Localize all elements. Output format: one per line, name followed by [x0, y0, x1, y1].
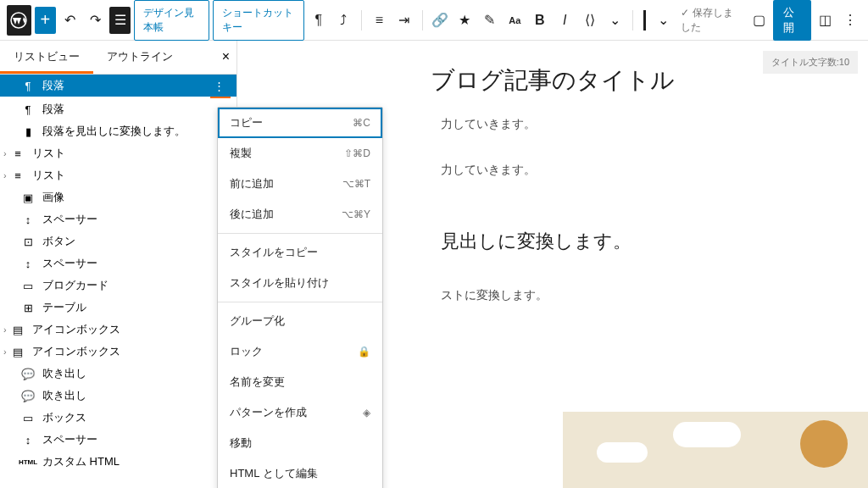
shortcut-label: ⌘C — [353, 117, 370, 129]
list-item-block[interactable]: ↕スペーサー — [0, 208, 236, 230]
block-label: ブログカード — [42, 278, 108, 293]
top-toolbar: + ↶ ↷ ☰ デザイン見本帳 ショートカットキー ¶ ⤴ ≡ ⇥ 🔗 ★ ✎ … — [0, 0, 868, 41]
list-item-block[interactable]: ¶段落 — [0, 98, 236, 120]
add-block-button[interactable]: + — [35, 7, 56, 34]
tab-list-view[interactable]: リストビュー — [0, 41, 93, 74]
block-label: リスト — [32, 168, 65, 183]
publish-button[interactable]: 公開 — [773, 0, 811, 41]
block-type-icon: ↕ — [20, 434, 36, 446]
list-item-block[interactable]: ⊡ボタン — [0, 230, 236, 252]
shortcut-label: ◈ — [363, 407, 370, 419]
list-item-block[interactable]: 💬吹き出し — [0, 385, 236, 407]
chevron-right-icon[interactable]: › — [3, 347, 7, 357]
menu-item[interactable]: 前に追加⌥⌘T — [218, 169, 382, 199]
list-item-block[interactable]: ▮段落を見出しに変換します。 — [0, 120, 236, 142]
menu-item[interactable]: 名前を変更 — [218, 367, 382, 397]
menu-item[interactable]: 後に追加⌥⌘Y — [218, 199, 382, 230]
cloud-graphic — [673, 422, 741, 447]
chevron-down-icon[interactable]: ⌄ — [653, 7, 674, 34]
chevron-right-icon[interactable]: › — [3, 170, 7, 180]
chevron-right-icon[interactable]: › — [3, 148, 7, 158]
sun-graphic — [800, 420, 848, 468]
link-icon[interactable]: 🔗 — [429, 7, 450, 34]
list-item-block[interactable]: ⊞テーブル — [0, 297, 236, 319]
block-type-icon: ↕ — [20, 258, 36, 270]
menu-item[interactable]: スタイルを貼り付け — [218, 268, 382, 298]
italic-icon[interactable]: I — [554, 7, 576, 34]
menu-item-label: コピー — [230, 115, 263, 130]
post-title[interactable]: ブログ記事のタイトル — [288, 64, 817, 97]
list-item-block[interactable]: ▭ボックス — [0, 407, 236, 429]
block-label: 段落 — [42, 78, 64, 93]
list-item-block[interactable]: 💬吹き出し — [0, 363, 236, 385]
list-item-block[interactable]: HTMLカスタム HTML — [0, 451, 236, 473]
shortcut-label: ⌥⌘T — [342, 178, 370, 190]
block-type-icon: ▣ — [20, 191, 36, 204]
menu-item[interactable]: グループ化 — [218, 306, 382, 336]
block-indicator — [643, 10, 646, 30]
menu-item[interactable]: パターンを作成◈ — [218, 397, 382, 428]
block-type-icon: ⊞ — [20, 302, 36, 314]
cloud-graphic — [597, 442, 648, 463]
list-item-block[interactable]: ▣画像 — [0, 186, 236, 208]
menu-item[interactable]: ロック🔒 — [218, 336, 382, 367]
block-type-icon: ↕ — [20, 214, 36, 226]
menu-separator — [218, 233, 382, 234]
list-item-block[interactable]: ↕スペーサー — [0, 429, 236, 451]
paragraph-block[interactable]: 力していきます。 — [441, 163, 817, 178]
block-label: 吹き出し — [42, 366, 86, 381]
align-icon[interactable]: ≡ — [369, 7, 390, 34]
tab-outline[interactable]: アウトライン — [93, 41, 186, 74]
block-label: カスタム HTML — [42, 454, 120, 469]
menu-item[interactable]: スタイルをコピー — [218, 237, 382, 268]
close-icon[interactable]: × — [222, 49, 230, 64]
block-label: スペーサー — [42, 256, 97, 271]
separator — [361, 10, 362, 30]
chevron-right-icon[interactable]: › — [3, 324, 7, 335]
paragraph-block[interactable]: ストに変換します。 — [441, 288, 817, 303]
shortcut-label: ⌥⌘Y — [342, 208, 370, 220]
menu-item[interactable]: 移動 — [218, 428, 382, 458]
transform-icon[interactable]: ⤴ — [332, 7, 353, 34]
decorative-background — [563, 412, 868, 488]
shortcut-keys-button[interactable]: ショートカットキー — [213, 0, 304, 41]
list-view-toggle[interactable]: ☰ — [109, 7, 131, 34]
menu-item-label: 名前を変更 — [230, 374, 285, 390]
preview-icon[interactable]: ▢ — [748, 7, 770, 34]
design-sample-button[interactable]: デザイン見本帳 — [134, 0, 209, 41]
list-item-block[interactable]: ›≡リスト — [0, 164, 236, 186]
menu-item[interactable]: HTML として編集 — [218, 458, 382, 488]
block-type-icon: ¶ — [20, 80, 36, 92]
block-type-icon: ⊡ — [20, 236, 36, 248]
menu-item[interactable]: コピー⌘C — [218, 108, 382, 138]
indent-icon[interactable]: ⇥ — [393, 7, 415, 34]
list-item-block[interactable]: ›≡リスト — [0, 142, 236, 164]
list-item-block[interactable]: ›▤アイコンボックス — [0, 319, 236, 341]
list-item-block[interactable]: ›▤アイコンボックス — [0, 341, 236, 363]
menu-item[interactable]: 複製⇧⌘D — [218, 138, 382, 169]
sidebar-toggle-icon[interactable]: ◫ — [815, 7, 836, 34]
menu-separator — [218, 302, 382, 302]
star-icon[interactable]: ★ — [454, 7, 476, 34]
more-format-icon[interactable]: ⟨⟩ — [579, 7, 600, 34]
more-options-icon[interactable]: ⋮ — [209, 80, 230, 92]
heading-block[interactable]: 見出しに変換します。 — [441, 229, 817, 254]
block-type-icon: ▭ — [20, 412, 36, 424]
wordpress-logo[interactable] — [7, 5, 31, 36]
paragraph-block[interactable]: 力していきます。 — [441, 117, 817, 132]
list-item-block[interactable]: ▭ブログカード — [0, 274, 236, 297]
redo-icon[interactable]: ↷ — [84, 7, 105, 34]
menu-item-label: パターンを作成 — [230, 405, 307, 420]
list-item-block[interactable]: ¶段落⋮ — [0, 75, 236, 97]
bold-icon[interactable]: B — [529, 7, 550, 34]
paragraph-icon[interactable]: ¶ — [308, 7, 329, 34]
menu-item-label: 前に追加 — [230, 176, 274, 191]
word-count-badge: タイトル文字数:10 — [763, 51, 858, 74]
chevron-down-icon[interactable]: ⌄ — [604, 7, 625, 34]
highlight-icon[interactable]: ✎ — [479, 7, 500, 34]
menu-item-label: 移動 — [230, 435, 252, 451]
undo-icon[interactable]: ↶ — [59, 7, 81, 34]
font-size-icon[interactable]: Aa — [504, 7, 526, 34]
list-item-block[interactable]: ↕スペーサー — [0, 252, 236, 274]
options-icon[interactable]: ⋮ — [840, 7, 861, 34]
